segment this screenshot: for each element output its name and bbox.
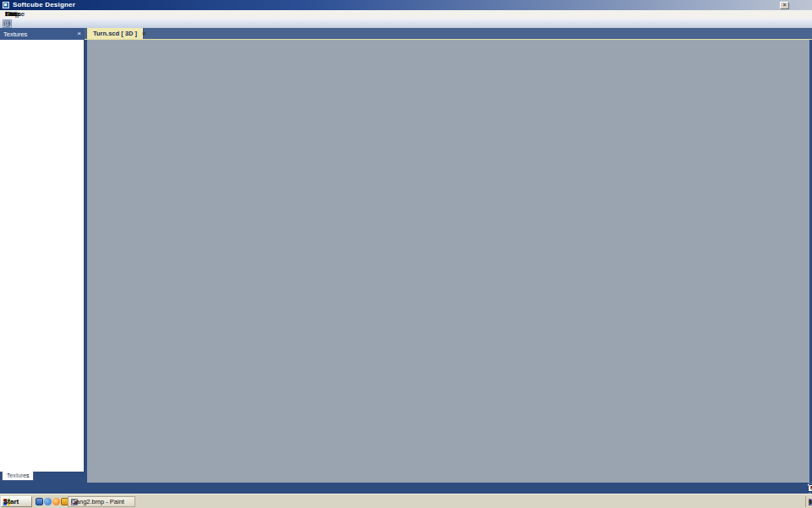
menu-help[interactable]: Help [0,10,24,19]
softcube-designer-window: Softcube Designer × File Edit Shape Tool… [0,0,812,508]
show-desktop-icon[interactable] [36,498,43,505]
window-title: Softcube Designer [13,1,75,8]
clock[interactable]: 10:32 [809,498,812,505]
textures-panel-title: Textures [3,30,27,38]
orient-up-icon[interactable]: ↥ [3,19,12,28]
toolbar: ▯ ▱ ▦ ✂ ◫ ▤ × ↶ ↷ ⊞ ◰ ◱ ◲ ◳ ◇ ◧ ◨ ◩ ◪ ⁄ … [0,19,812,28]
tab-models[interactable]: Models [2,472,30,481]
panel-close-icon[interactable]: × [77,30,81,37]
tab-close-icon[interactable]: × [142,28,145,39]
title-bar[interactable]: Softcube Designer × [0,0,812,10]
close-button[interactable]: × [780,2,789,9]
browser-icon[interactable] [44,498,52,505]
system-tray: DE « 10:32 [805,496,811,507]
taskbar-item-paint[interactable]: Gang2.bmp - Paint [68,496,135,507]
panel-bottom-tabs: Textures Models [0,472,85,481]
start-button[interactable]: Start [1,496,32,507]
firefox-icon[interactable] [52,498,60,505]
textures-panel-header: Textures × [0,28,85,40]
tab-turn-3d[interactable]: Turn.scd [ 3D ]× [87,28,144,39]
start-label: Start [3,498,19,505]
status-bar: Position X 0 Position Y 0 Position Z 0 [0,483,812,494]
textures-panel-body [0,40,85,472]
app-icon[interactable] [3,2,9,8]
document-tab-strip: Turn.scd [ 2D ] Turn.scd [ 3D ]× [85,28,812,40]
viewport-grid: Front Top Left [87,40,809,483]
position-z-spinner[interactable] [808,484,812,492]
taskbar: Start Trillian Computer Release Softcube… [0,494,812,508]
menu-bar: File Edit Shape Tools Help [0,10,812,19]
